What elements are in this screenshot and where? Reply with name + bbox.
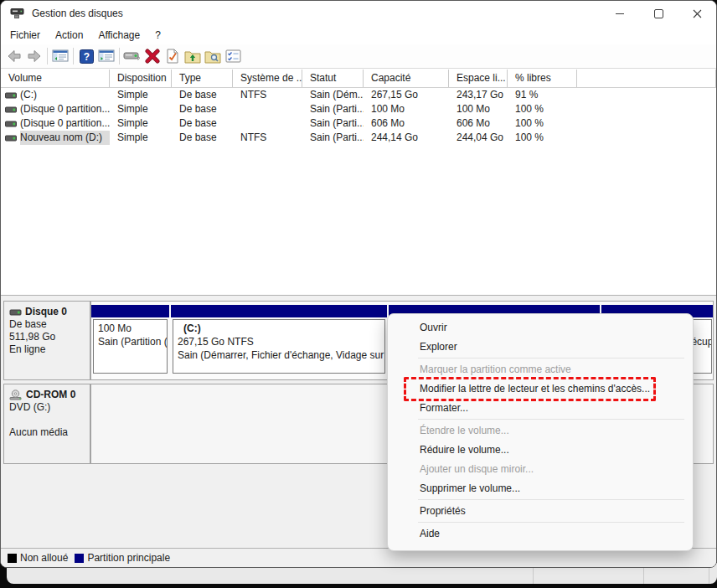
column-header-type[interactable]: Type xyxy=(172,70,233,87)
rescan-disks-icon xyxy=(123,49,142,63)
disk0-label-panel[interactable]: Disque 0 De base 511,98 Go En ligne xyxy=(3,301,90,380)
primary-partition-swatch xyxy=(75,554,84,563)
help-icon: ? xyxy=(80,49,94,64)
menu-item-formater[interactable]: Formater... xyxy=(388,399,693,417)
disk-icon xyxy=(9,308,22,317)
menu-item-proprietes[interactable]: Propriétés xyxy=(388,502,693,520)
column-header-statut[interactable]: Statut xyxy=(302,70,364,87)
cell-type: De base xyxy=(172,102,233,116)
page-check-icon xyxy=(166,49,179,64)
cell-systeme: NTFS xyxy=(233,88,302,102)
partition-color-bar xyxy=(171,305,387,317)
cdrom0-name: CD-ROM 0 xyxy=(26,389,75,401)
column-header-capacite[interactable]: Capacité xyxy=(364,70,449,87)
menu-fichier[interactable]: Fichier xyxy=(3,27,48,44)
column-header-volume[interactable]: Volume xyxy=(1,70,110,87)
column-header-disposition[interactable]: Disposition xyxy=(110,70,172,87)
menu-item-supprimer[interactable]: Supprimer le volume... xyxy=(388,479,693,498)
menu-action[interactable]: Action xyxy=(48,27,90,44)
volume-name: (C:) xyxy=(20,88,37,102)
menu-item-etendre: Étendre le volume... xyxy=(388,421,693,440)
partition-status: Sain (Démarrer, Fichier d'échange, Vidag… xyxy=(178,348,380,362)
cell-libres: 100 % xyxy=(508,102,577,116)
volume-row-partition2[interactable]: (Disque 0 partition... Simple De base Sa… xyxy=(1,116,716,131)
minimize-button[interactable] xyxy=(601,1,639,26)
volume-name: (Disque 0 partition... xyxy=(20,102,110,116)
partition-size: 100 Mo xyxy=(98,322,162,335)
menu-separator xyxy=(418,358,684,358)
menu-affichage[interactable]: Affichage xyxy=(90,27,147,44)
console-tree-icon xyxy=(52,49,69,63)
menu-item-explorer[interactable]: Explorer xyxy=(388,338,693,356)
partition-c[interactable]: (C:) 267,15 Go NTFS Sain (Démarrer, Fich… xyxy=(171,305,387,377)
show-hide-console-button[interactable] xyxy=(96,46,116,66)
menu-help[interactable]: ? xyxy=(147,27,168,44)
partition-status: Sain (Partition ( xyxy=(98,335,162,348)
cell-libres: 100 % xyxy=(508,116,577,131)
cell-disposition: Simple xyxy=(110,102,172,116)
help-button[interactable]: ? xyxy=(76,46,96,66)
column-header-systeme[interactable]: Système de ... xyxy=(233,70,302,87)
forward-button[interactable] xyxy=(24,46,44,66)
back-button[interactable] xyxy=(4,46,24,66)
window-title: Gestion des disques xyxy=(32,8,123,19)
volume-row-partition1[interactable]: (Disque 0 partition... Simple De base Sa… xyxy=(1,102,716,116)
toolbar-separator xyxy=(119,48,120,64)
menu-item-marquer-active: Marquer la partition comme active xyxy=(388,360,693,379)
menu-item-aide[interactable]: Aide xyxy=(388,524,693,543)
legend-label: Non alloué xyxy=(20,552,68,564)
show-hide-console-icon xyxy=(98,49,115,63)
menu-item-reduire[interactable]: Réduire le volume... xyxy=(388,441,693,459)
console-tree-button[interactable] xyxy=(50,46,70,66)
cell-espace: 243,17 Go xyxy=(449,88,508,102)
volume-name: (Disque 0 partition... xyxy=(20,116,110,131)
column-header-filler xyxy=(577,70,716,87)
cell-libres: 91 % xyxy=(508,88,577,102)
volume-list-header: Volume Disposition Type Système de ... S… xyxy=(1,70,716,88)
cell-espace: 244,04 Go xyxy=(449,131,508,145)
volume-row-d-selected[interactable]: Nouveau nom (D:) Simple De base NTFS Sai… xyxy=(1,131,716,145)
menu-bar: Fichier Action Affichage ? xyxy=(1,26,716,44)
close-button[interactable] xyxy=(678,1,716,26)
cell-capacite: 100 Mo xyxy=(364,102,449,116)
menu-item-ouvrir[interactable]: Ouvrir xyxy=(388,318,693,337)
column-header-espace[interactable]: Espace li... xyxy=(449,70,508,87)
cdrom0-status: Aucun média xyxy=(9,426,85,439)
screen: Gestion des disques Fichier Action Affic… xyxy=(0,0,717,588)
menu-separator xyxy=(418,499,684,500)
task-list-icon xyxy=(225,49,241,63)
titlebar[interactable]: Gestion des disques xyxy=(1,1,716,26)
set-active-button[interactable] xyxy=(162,46,183,66)
delete-button[interactable] xyxy=(142,46,162,66)
volume-icon xyxy=(5,134,17,142)
task-list-button[interactable] xyxy=(223,46,243,66)
folder-search-icon xyxy=(204,49,221,64)
volume-icon xyxy=(5,91,17,100)
rescan-disks-button[interactable] xyxy=(122,46,142,66)
folder-up-icon xyxy=(184,49,201,64)
cell-systeme xyxy=(233,102,302,116)
column-header-libres[interactable]: % libres xyxy=(508,70,577,87)
cdrom0-label-panel[interactable]: CD-ROM 0 DVD (G:) Aucun média xyxy=(3,384,90,464)
explore-button[interactable] xyxy=(203,46,223,66)
volume-name: Nouveau nom (D:) xyxy=(20,131,110,145)
volume-list: Volume Disposition Type Système de ... S… xyxy=(1,70,716,295)
disk0-name: Disque 0 xyxy=(25,306,67,318)
cell-disposition: Simple xyxy=(110,131,172,145)
volume-icon xyxy=(5,106,17,114)
close-icon xyxy=(693,9,702,18)
legend-label: Partition principale xyxy=(87,552,170,564)
maximize-button[interactable] xyxy=(639,1,678,26)
backdrop-divider xyxy=(709,568,709,584)
volume-row-c[interactable]: (C:) Simple De base NTFS Sain (Dém... 26… xyxy=(1,88,716,102)
disk0-type: De base xyxy=(9,318,85,331)
disk0-status: En ligne xyxy=(9,343,85,356)
cell-systeme: NTFS xyxy=(233,131,302,145)
toolbar: ? xyxy=(1,44,716,69)
cell-type: De base xyxy=(172,116,233,131)
toolbar-separator xyxy=(47,48,48,64)
partition-efi[interactable]: 100 Mo Sain (Partition ( xyxy=(91,305,169,377)
partition-color-bar xyxy=(91,305,169,317)
open-button[interactable] xyxy=(183,46,203,66)
context-menu: Ouvrir Explorer Marquer la partition com… xyxy=(387,313,694,551)
